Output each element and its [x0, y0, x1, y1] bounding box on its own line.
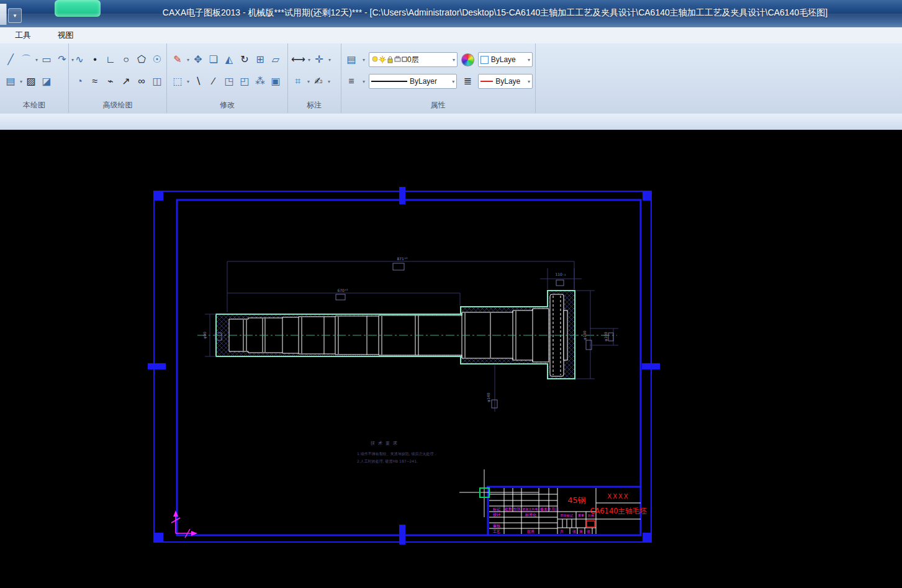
move-icon[interactable]: ✥ [191, 52, 205, 68]
group-label-dimension: 标注 [287, 100, 341, 111]
menu-bar: 工具 视图 [0, 27, 902, 44]
chevron-down-icon[interactable]: ▾ [363, 57, 365, 63]
coordinate-dimension-icon[interactable]: ✛ [312, 52, 326, 68]
background-window-fragment [55, 0, 101, 17]
linetype-value: ByLayer [410, 77, 437, 86]
caxa-window: ▾ CAXA电子图板2013 - 机械版***试用期(还剩12天)*** - [… [0, 0, 902, 588]
contour-icon[interactable]: ∞ [135, 73, 148, 89]
notes-title: 技术要求 [370, 441, 400, 446]
scale-icon[interactable]: ▱ [269, 52, 282, 68]
layer-color-swatch [402, 57, 407, 61]
offset-icon[interactable]: ▣ [269, 73, 282, 89]
ribbon-group-basic-draw: ╱ ⌒▾ ▭ ↷▾ ▤▾ ▨ ◪ 本绘图 [0, 43, 69, 113]
hatch-icon[interactable]: ▨ [24, 73, 38, 89]
dim-left-diameter: φ90 [202, 332, 207, 339]
copy-icon[interactable]: ❏ [207, 52, 220, 68]
dim-flange-diameter: φ190 [582, 330, 587, 340]
chevron-down-icon[interactable]: ▾ [363, 79, 365, 84]
ribbon-group-dimension: ⟷▾ ✛▾ ⌗▾ ✍▾ 标注 [287, 43, 341, 113]
layer-value: 0层 [407, 55, 419, 65]
multiline-style-icon[interactable]: ≣ [461, 73, 474, 89]
menu-item-view[interactable]: 视图 [51, 27, 79, 43]
chevron-down-icon[interactable]: ▾ [452, 79, 454, 84]
notes-line-2: 2.人工时效处理, 硬度HB 187~241. [357, 459, 418, 464]
title-bar: ▾ CAXA电子图板2013 - 机械版***试用期(还剩12天)*** - [… [0, 0, 902, 27]
wave-line-icon[interactable]: ≈ [88, 73, 102, 89]
break-line-icon[interactable]: ⌁ [104, 73, 117, 89]
pie-icon[interactable]: ◔ [73, 73, 86, 89]
menu-item-tools[interactable]: 工具 [9, 27, 37, 43]
layer-panel-icon[interactable]: ▤ [345, 52, 358, 68]
select-box-icon[interactable]: ⬚ [171, 73, 184, 89]
quick-access-dropdown-button[interactable]: ▾ [8, 8, 22, 23]
spline-icon[interactable]: ↷ [55, 52, 69, 68]
chevron-down-icon[interactable]: ▾ [328, 79, 330, 84]
corner-icon[interactable]: ◰ [238, 73, 251, 89]
title-block-content: 45钢 XXXX CA6140主轴毛坯 [567, 493, 647, 527]
group-label-advanced-draw: 高级绘图 [69, 100, 166, 111]
chamfer-icon[interactable]: ◳ [222, 73, 236, 89]
chevron-down-icon[interactable]: ▾ [187, 79, 189, 84]
svg-text:批准: 批准 [527, 529, 534, 534]
company-label: XXXX [607, 493, 629, 500]
chevron-down-icon[interactable]: ▾ [528, 57, 530, 63]
chevron-down-icon[interactable]: ▾ [35, 57, 38, 63]
svg-text:年月日: 年月日 [548, 507, 559, 512]
linetype-select[interactable]: ByLayer ▾ [369, 74, 457, 89]
svg-text:第: 第 [579, 529, 583, 533]
layer-select[interactable]: 0层 ▾ [369, 52, 458, 67]
chevron-down-icon[interactable]: ▾ [187, 57, 189, 63]
chevron-down-icon[interactable]: ▾ [307, 79, 310, 84]
color-select[interactable]: ByLaye ▾ [478, 52, 533, 67]
svg-text:签名: 签名 [540, 507, 548, 512]
ribbon-group-properties: ▤▾ 0层 ▾ ByLaye ▾ [341, 43, 536, 113]
ribbon-group-modify: ✎▾ ✥ ❏ ◭ ↻ ⊞ ▱ ⬚▾ ∖ ∕ ◳ ◰ ⁂ ▣ 修改 [167, 43, 288, 113]
color-palette-button[interactable] [461, 53, 474, 66]
svg-text:分区: 分区 [513, 507, 521, 511]
lock-icon [388, 57, 392, 63]
formula-curve-icon[interactable]: ∟ [104, 52, 117, 68]
edit-dimension-icon[interactable]: ✍ [312, 73, 325, 89]
extend-icon[interactable]: ∕ [207, 73, 220, 89]
linear-dimension-icon[interactable]: ⟷ [291, 52, 305, 68]
rotate-icon[interactable]: ↻ [238, 52, 251, 68]
ellipse-icon[interactable]: ○ [119, 52, 133, 68]
arc-icon[interactable]: ⌒ [19, 52, 33, 68]
solid-icon[interactable]: ◫ [150, 73, 164, 89]
rectangle-icon[interactable]: ▭ [40, 52, 53, 68]
chevron-down-icon[interactable]: ▾ [308, 57, 310, 63]
dim-total-length: 871⁺³ [397, 256, 408, 261]
arrow-icon[interactable]: ↗ [119, 73, 133, 89]
sun-icon [379, 56, 386, 63]
tangent-circle-icon[interactable]: ☉ [150, 52, 164, 68]
svg-text:标记: 标记 [492, 507, 500, 512]
trim-icon[interactable]: ∖ [191, 73, 205, 89]
group-label-modify: 修改 [167, 100, 287, 111]
line-color-value: ByLaye [495, 77, 520, 86]
technical-notes: 技术要求 1.锻件不得有裂纹、夹渣等缺陷, 锻后正火处理 . 2.人工时效处理,… [357, 441, 436, 464]
line-width-icon[interactable]: ≡ [345, 73, 358, 89]
quick-access-strip [0, 4, 7, 25]
mirror-icon[interactable]: ◭ [222, 52, 236, 68]
polygon-icon[interactable]: ⬠ [135, 52, 148, 68]
line-icon[interactable]: ╱ [4, 52, 17, 68]
array-icon[interactable]: ⊞ [253, 52, 267, 68]
ribbon-toolbar: ╱ ⌒▾ ▭ ↷▾ ▤▾ ▨ ◪ 本绘图 ∿ • ∟ ○ ⬠ ☉ [0, 43, 902, 114]
point-icon[interactable]: • [88, 52, 102, 68]
leader-icon[interactable]: ▤ [4, 73, 17, 89]
line-color-select[interactable]: ByLaye ▾ [478, 74, 533, 89]
material-label: 45钢 [567, 495, 586, 505]
chevron-down-icon[interactable]: ▾ [20, 79, 22, 84]
stamp-icon[interactable]: ◪ [40, 73, 53, 89]
erase-icon[interactable]: ✎ [171, 52, 184, 68]
drawing-canvas[interactable]: 871⁺³ 670⁺³ 110₋₃ φ190 [0, 130, 902, 588]
group-label-properties: 属性 [341, 100, 535, 111]
shaft-blank [197, 291, 617, 379]
chevron-down-icon[interactable]: ▾ [453, 57, 455, 63]
chevron-down-icon[interactable]: ▾ [328, 57, 331, 63]
chevron-down-icon[interactable]: ▾ [528, 79, 530, 84]
curve-icon[interactable]: ∿ [73, 52, 86, 68]
tolerance-dimension-icon[interactable]: ⌗ [291, 73, 305, 89]
ribbon-group-advanced-draw: ∿ • ∟ ○ ⬠ ☉ ◔ ≈ ⌁ ↗ ∞ ◫ 高级绘图 [69, 43, 167, 113]
explode-icon[interactable]: ⁂ [253, 73, 267, 89]
